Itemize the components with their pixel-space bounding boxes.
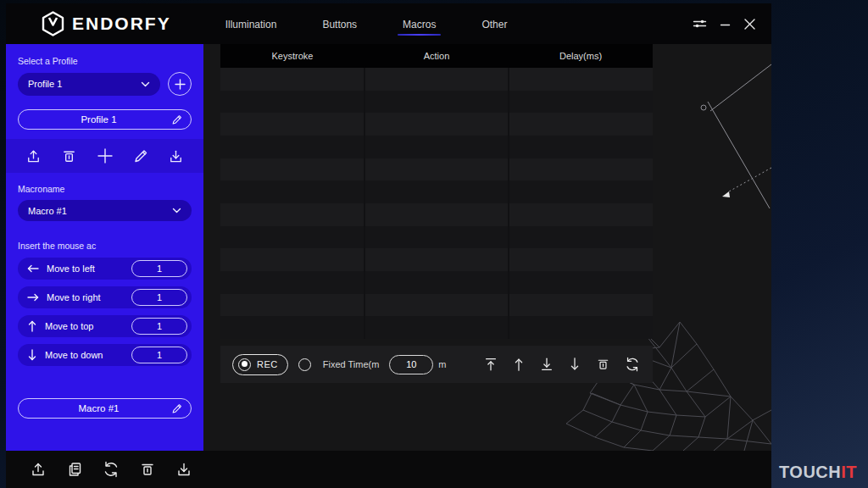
table-cell	[220, 248, 364, 271]
mouse-action-value[interactable]: 1	[131, 289, 187, 306]
rec-radio-icon	[238, 358, 251, 371]
table-row	[220, 248, 653, 271]
table-cell	[364, 180, 509, 203]
recorder-bar: REC Fixed Time(m m	[220, 346, 653, 383]
table-cell	[220, 294, 364, 317]
profile-toolbar	[6, 139, 203, 173]
touchit-watermark: TOUCHIT	[779, 463, 857, 482]
tab-other[interactable]: Other	[480, 14, 509, 34]
pencil-icon	[170, 402, 182, 414]
copy-icon[interactable]	[65, 460, 84, 479]
table-cell	[508, 226, 653, 249]
mouse-action-value[interactable]: 1	[131, 318, 187, 335]
mouse-action-top[interactable]: Move to top 1	[18, 315, 192, 337]
plus-icon	[175, 79, 186, 90]
fixed-time-input[interactable]	[389, 355, 433, 374]
download-icon[interactable]	[167, 147, 185, 165]
table-cell	[220, 136, 364, 158]
close-icon[interactable]	[743, 18, 756, 30]
window-controls	[693, 18, 756, 30]
endorfy-hexagon-icon	[42, 11, 64, 36]
plus-icon[interactable]	[96, 147, 114, 165]
rec-radio-button[interactable]: REC	[232, 354, 288, 375]
table-cell	[508, 316, 653, 339]
mouse-action-value[interactable]: 1	[131, 260, 187, 277]
tab-bar: Illumination Buttons Macros Other	[224, 14, 509, 34]
tab-buttons[interactable]: Buttons	[320, 14, 359, 34]
table-cell	[508, 158, 653, 181]
table-cell	[508, 136, 653, 158]
pencil-icon	[170, 114, 182, 125]
brand-logo: ENDORFY	[42, 11, 171, 36]
move-down-icon[interactable]	[567, 356, 582, 373]
move-up-icon[interactable]	[511, 356, 526, 373]
table-cell	[508, 180, 653, 203]
watermark-primary: TOUCH	[779, 463, 841, 481]
upload-icon[interactable]	[29, 460, 47, 479]
fixed-time-radio-button[interactable]	[298, 358, 311, 371]
table-row	[220, 91, 653, 114]
macro-step-toolbar	[483, 356, 641, 373]
profile-dropdown-value: Profile 1	[28, 79, 141, 89]
table-cell	[508, 294, 653, 317]
brand-name: ENDORFY	[72, 14, 171, 34]
trash-icon[interactable]	[138, 460, 157, 479]
arrow-right-icon	[26, 291, 40, 303]
table-body	[220, 68, 653, 339]
fixed-time-unit: m	[438, 359, 446, 369]
table-row	[220, 180, 653, 203]
table-cell	[508, 113, 653, 136]
mouse-action-down[interactable]: Move to down 1	[18, 344, 192, 366]
table-cell	[364, 316, 509, 339]
column-keystroke: Keystroke	[220, 51, 364, 61]
app-window: ENDORFY Illumination Buttons Macros Othe…	[6, 3, 771, 488]
profile-dropdown[interactable]: Profile 1	[18, 73, 160, 96]
arrow-up-icon	[26, 319, 38, 333]
mouse-action-value[interactable]: 1	[131, 347, 187, 363]
trash-icon[interactable]	[60, 147, 78, 165]
table-cell	[508, 68, 653, 91]
table-cell	[508, 271, 653, 294]
upload-icon[interactable]	[25, 147, 42, 165]
select-profile-label: Select a Profile	[18, 56, 192, 66]
table-cell	[364, 271, 509, 294]
table-row	[220, 316, 653, 339]
tab-illumination[interactable]: Illumination	[224, 14, 279, 34]
mouse-action-right[interactable]: Move to right 1	[18, 286, 192, 308]
table-row	[220, 136, 653, 158]
refresh-icon[interactable]	[102, 460, 120, 479]
trash-icon[interactable]	[595, 356, 611, 373]
chevron-down-icon	[172, 208, 181, 214]
mouse-action-label: Move to down	[45, 350, 103, 360]
desktop: { "topbar": { "brand": "ENDORFY", "tabs"…	[0, 0, 868, 488]
add-profile-button[interactable]	[168, 72, 192, 96]
title-bar: ENDORFY Illumination Buttons Macros Othe…	[6, 3, 771, 44]
table-cell	[364, 136, 509, 158]
table-cell	[220, 68, 364, 91]
mouse-action-left[interactable]: Move to left 1	[18, 258, 192, 280]
profile-rename-button[interactable]: Profile 1	[18, 109, 192, 130]
table-row	[220, 203, 653, 226]
table-row	[220, 226, 653, 249]
move-to-top-icon[interactable]	[483, 356, 498, 373]
settings-sliders-icon[interactable]	[693, 18, 707, 30]
table-cell	[220, 91, 364, 114]
table-cell	[508, 248, 653, 271]
table-cell	[364, 248, 509, 271]
table-cell	[364, 203, 509, 226]
loop-icon[interactable]	[624, 356, 641, 373]
tab-macros[interactable]: Macros	[401, 14, 437, 34]
macro-rename-button[interactable]: Macro #1	[18, 398, 192, 419]
move-to-bottom-icon[interactable]	[539, 356, 554, 373]
macro-pill-label: Macro #1	[27, 403, 170, 413]
arrow-left-icon	[26, 263, 40, 274]
arrow-down-icon	[26, 348, 38, 362]
mouse-action-label: Move to left	[47, 263, 95, 274]
table-cell	[508, 91, 653, 114]
macro-dropdown[interactable]: Macro #1	[18, 200, 192, 221]
minimize-icon[interactable]	[720, 19, 731, 30]
table-row	[220, 271, 653, 294]
column-action: Action	[364, 51, 509, 61]
pencil-icon[interactable]	[132, 147, 149, 164]
download-icon[interactable]	[175, 460, 193, 479]
